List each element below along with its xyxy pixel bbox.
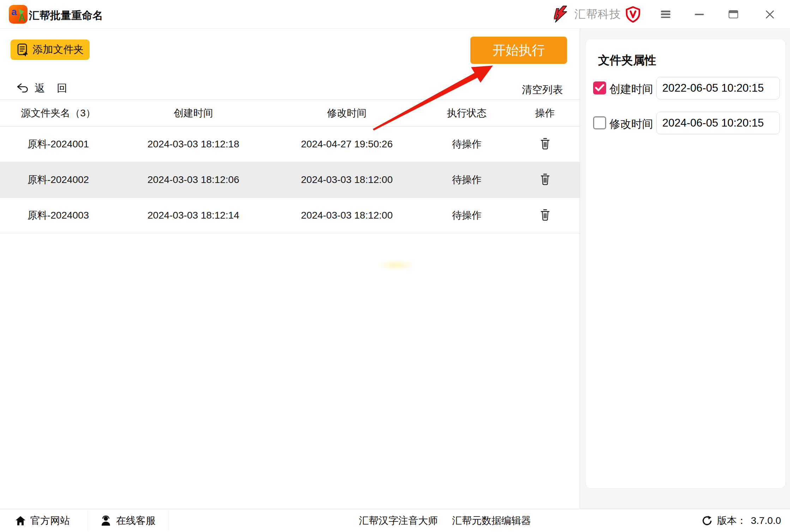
table-row[interactable]: 原料-2024002 2024-03-03 18:12:06 2024-03-0… <box>0 162 580 198</box>
created-time: 2024-03-03 18:12:18 <box>116 127 270 162</box>
pinyin-app-link[interactable]: 汇帮汉字注音大师 <box>359 509 438 532</box>
faint-watermark <box>378 259 416 271</box>
trash-icon <box>540 173 550 186</box>
created-time: 2024-03-03 18:12:06 <box>116 162 270 197</box>
created-time-row: 创建时间 <box>586 77 786 100</box>
brand: 汇帮科技 <box>554 0 641 29</box>
created-time-checkbox[interactable] <box>593 81 606 94</box>
add-folder-label: 添加文件夹 <box>33 43 84 57</box>
minimize-icon <box>695 14 704 15</box>
menu-icon <box>661 11 670 18</box>
maximize-icon <box>729 10 738 18</box>
folder-name: 原料-2024002 <box>0 162 116 197</box>
back-button[interactable]: 返 回 <box>16 81 67 96</box>
version-value: 3.7.0.0 <box>751 515 781 526</box>
main-area: 添加文件夹 开始执行 返 回 清空列表 源文件夹名（3） 创建时间 修改时间 执… <box>0 29 580 509</box>
brand-shield-icon <box>625 6 641 23</box>
table-row[interactable]: 原料-2024001 2024-03-03 18:12:18 2024-04-2… <box>0 127 580 162</box>
modified-time: 2024-04-27 19:50:26 <box>270 127 423 162</box>
titlebar: a A 汇帮批量重命名 汇帮科技 <box>0 0 790 29</box>
trash-icon <box>540 209 550 221</box>
modified-time-row: 修改时间 <box>586 111 786 135</box>
header-source-folder: 源文件夹名（3） <box>0 100 116 126</box>
close-button[interactable] <box>759 0 780 29</box>
clear-list-button[interactable]: 清空列表 <box>522 83 563 97</box>
folder-properties-card: 文件夹属性 创建时间 修改时间 <box>585 39 786 489</box>
footer-bar: 官方网站 在线客服 汇帮汉字注音大师 汇帮元数据编辑器 版本： 3.7.0.0 <box>0 509 790 532</box>
close-icon <box>765 10 775 19</box>
status-badge: 待操作 <box>423 198 510 233</box>
official-website-label: 官方网站 <box>30 514 70 527</box>
version-icon <box>701 515 713 526</box>
table-row[interactable]: 原料-2024003 2024-03-03 18:12:14 2024-03-0… <box>0 198 580 233</box>
online-support-link[interactable]: 在线客服 <box>100 509 156 532</box>
header-created: 创建时间 <box>116 100 270 126</box>
version-info: 版本： 3.7.0.0 <box>701 509 781 532</box>
home-icon <box>15 515 26 526</box>
delete-row-button[interactable] <box>539 207 551 224</box>
menu-button[interactable] <box>655 0 676 29</box>
brand-bolt-icon <box>554 6 569 23</box>
minimize-button[interactable] <box>689 0 710 29</box>
modified-time-label: 修改时间 <box>609 117 653 132</box>
modified-time: 2024-03-03 18:12:00 <box>270 198 423 233</box>
modified-time-input[interactable] <box>656 112 780 134</box>
start-label: 开始执行 <box>493 42 545 59</box>
modified-time: 2024-03-03 18:12:00 <box>270 162 423 197</box>
online-support-label: 在线客服 <box>116 514 156 527</box>
created-time-label: 创建时间 <box>609 82 653 97</box>
properties-panel: 文件夹属性 创建时间 修改时间 <box>580 29 790 509</box>
check-icon <box>595 83 605 92</box>
folder-name: 原料-2024003 <box>0 198 116 233</box>
back-icon <box>16 82 30 94</box>
table-header-row: 源文件夹名（3） 创建时间 修改时间 执行状态 操作 <box>0 99 580 127</box>
footer-divider <box>168 510 169 531</box>
version-label: 版本： <box>717 514 747 527</box>
trash-icon <box>540 137 550 150</box>
official-website-link[interactable]: 官方网站 <box>15 509 70 532</box>
status-badge: 待操作 <box>423 127 510 162</box>
folder-table: 源文件夹名（3） 创建时间 修改时间 执行状态 操作 原料-2024001 20… <box>0 99 580 233</box>
footer-divider <box>88 510 88 531</box>
panel-title: 文件夹属性 <box>598 53 656 68</box>
delete-row-button[interactable] <box>539 172 551 188</box>
created-time-input[interactable] <box>656 77 780 99</box>
header-status: 执行状态 <box>423 100 510 126</box>
add-folder-button[interactable]: 添加文件夹 <box>11 39 90 60</box>
folder-name: 原料-2024001 <box>0 127 116 162</box>
brand-name: 汇帮科技 <box>574 7 621 22</box>
start-button[interactable]: 开始执行 <box>470 37 567 64</box>
delete-row-button[interactable] <box>539 136 551 153</box>
back-label: 返 回 <box>35 81 67 96</box>
status-badge: 待操作 <box>423 162 510 197</box>
support-icon <box>100 515 112 527</box>
header-action: 操作 <box>510 100 580 126</box>
maximize-button[interactable] <box>723 0 744 29</box>
app-icon: a A <box>9 5 28 24</box>
list-toolbar: 返 回 清空列表 <box>0 77 580 100</box>
add-folder-icon <box>17 43 29 56</box>
app-window: a A 汇帮批量重命名 汇帮科技 <box>0 0 790 532</box>
created-time: 2024-03-03 18:12:14 <box>116 198 270 233</box>
header-modified: 修改时间 <box>270 100 423 126</box>
metadata-app-link[interactable]: 汇帮元数据编辑器 <box>452 509 531 532</box>
app-title: 汇帮批量重命名 <box>29 8 103 23</box>
modified-time-checkbox[interactable] <box>593 116 606 129</box>
